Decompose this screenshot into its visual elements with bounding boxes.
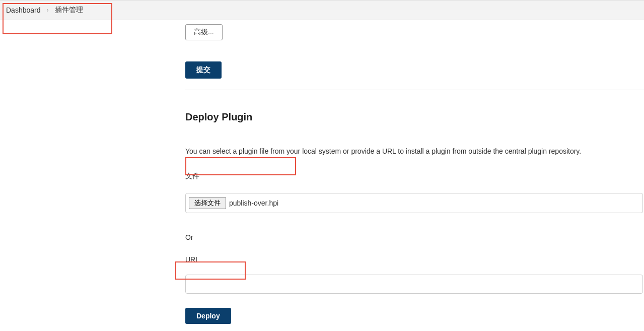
deploy-button[interactable]: Deploy [185,308,231,324]
deploy-plugin-description: You can select a plugin file from your l… [185,146,644,157]
selected-file-name: publish-over.hpi [229,199,278,207]
breadcrumb-dashboard[interactable]: Dashboard [6,6,41,14]
file-label: 文件 [185,172,644,181]
divider [185,90,644,90]
advanced-button[interactable]: 高级... [185,24,223,40]
deploy-plugin-title: Deploy Plugin [185,111,644,123]
choose-file-button[interactable]: 选择文件 [189,197,226,209]
breadcrumb-plugin-manager[interactable]: 插件管理 [55,6,83,15]
file-input[interactable]: 选择文件 publish-over.hpi [185,193,643,213]
url-input[interactable] [185,275,643,294]
or-label: Or [185,233,644,241]
breadcrumb: Dashboard › 插件管理 [0,0,644,20]
url-label: URL [185,255,644,263]
chevron-right-icon: › [47,7,49,14]
submit-button[interactable]: 提交 [185,61,222,79]
main-content: 高级... 提交 Deploy Plugin You can select a … [0,20,644,331]
